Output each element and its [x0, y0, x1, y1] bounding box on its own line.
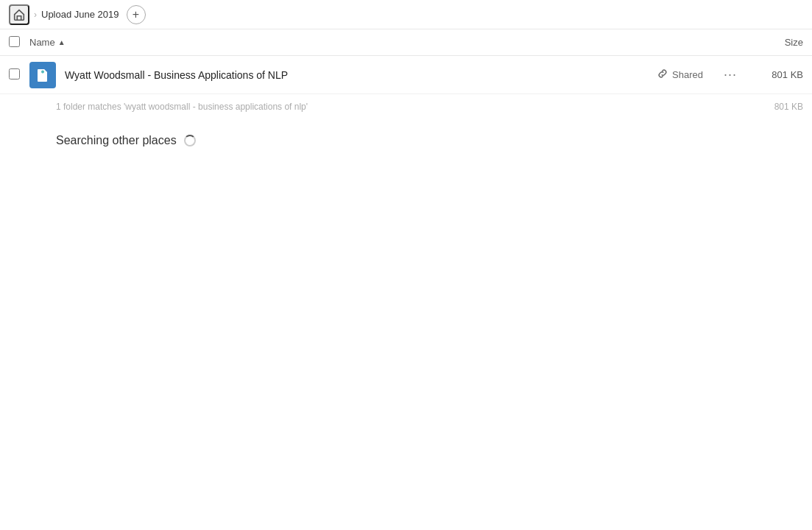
document-icon — [35, 68, 50, 82]
breadcrumb-bar: › Upload June 2019 + — [0, 0, 812, 29]
file-checkbox-cell[interactable] — [9, 68, 29, 82]
file-size-label: 801 KB — [752, 69, 803, 80]
file-name-label: Wyatt Woodsmall - Business Applications … — [65, 69, 657, 81]
breadcrumb-chevron-icon: › — [34, 10, 37, 20]
breadcrumb-label: Upload June 2019 — [41, 9, 119, 20]
searching-label: Searching other places — [56, 134, 177, 147]
select-all-checkbox-cell[interactable] — [9, 36, 29, 49]
file-list-item[interactable]: Wyatt Woodsmall - Business Applications … — [0, 56, 812, 94]
sort-arrow-icon: ▲ — [58, 38, 66, 46]
shared-label: Shared — [672, 69, 703, 80]
loading-spinner — [184, 135, 196, 146]
name-column-header[interactable]: Name ▲ — [29, 37, 737, 48]
more-options-button[interactable]: ··· — [718, 64, 743, 85]
chain-link-icon — [657, 68, 668, 79]
searching-other-places-section: Searching other places — [0, 119, 812, 162]
folder-matches-size: 801 KB — [774, 102, 803, 112]
link-icon — [657, 68, 668, 81]
size-column-label: Size — [785, 37, 803, 48]
add-button[interactable]: + — [127, 5, 146, 24]
name-column-label: Name — [29, 37, 55, 48]
select-all-checkbox[interactable] — [9, 36, 20, 47]
column-headers: Name ▲ Size — [0, 29, 812, 56]
home-button[interactable] — [9, 4, 29, 25]
file-type-icon — [29, 62, 56, 88]
file-checkbox[interactable] — [9, 68, 20, 80]
size-column-header: Size — [737, 37, 803, 48]
folder-matches-row: 1 folder matches 'wyatt woodsmall - busi… — [0, 94, 812, 119]
folder-matches-text: 1 folder matches 'wyatt woodsmall - busi… — [56, 102, 308, 112]
shared-status: Shared — [657, 68, 703, 81]
home-icon — [13, 8, 26, 21]
